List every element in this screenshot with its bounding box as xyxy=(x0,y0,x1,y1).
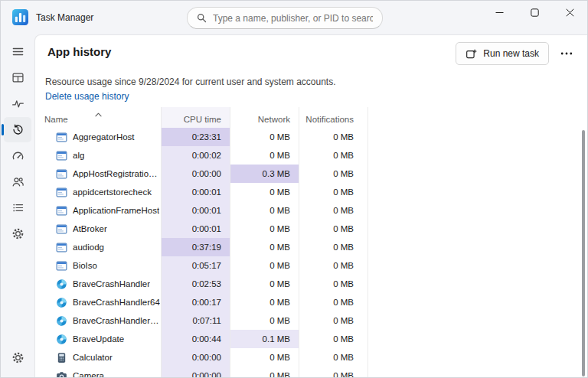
sidebar-item-settings[interactable] xyxy=(4,345,31,370)
notifications-cell: 0 MB xyxy=(299,293,368,311)
delete-usage-history-link[interactable]: Delete usage history xyxy=(45,91,129,102)
row-filler xyxy=(368,220,587,238)
table-row[interactable]: AtBroker 0:00:01 0 MB 0 MB xyxy=(41,220,587,238)
network-cell: 0 MB xyxy=(230,146,299,165)
app-name: Calculator xyxy=(73,353,113,362)
table-row[interactable]: ApplicationFrameHost 0:00:01 0 MB 0 MB xyxy=(41,201,587,220)
vertical-scrollbar[interactable] xyxy=(582,130,585,376)
sidebar-item-details[interactable] xyxy=(4,195,31,220)
sidebar-item-startup-apps[interactable] xyxy=(4,143,31,168)
notifications-cell: 0 MB xyxy=(299,220,368,238)
row-filler xyxy=(368,275,587,293)
row-filler xyxy=(368,330,587,348)
table-row[interactable]: appidcertstorecheck 0:00:01 0 MB 0 MB xyxy=(41,183,587,201)
brave-icon xyxy=(56,315,67,327)
table-row[interactable]: Camera 0:00:00 0 MB 0 MB xyxy=(41,367,587,377)
processes-icon xyxy=(11,71,24,84)
sort-ascending-icon xyxy=(95,109,102,119)
content-panel: App history Run new task Reso xyxy=(34,34,587,377)
usage-summary: Resource usage since 9/28/2024 for curre… xyxy=(45,77,336,87)
details-icon xyxy=(11,201,24,214)
table-row[interactable]: BraveCrashHandler 0:02:53 0 MB 0 MB xyxy=(41,275,587,293)
notifications-cell: 0 MB xyxy=(299,165,368,183)
app-name: BraveCrashHandlerArm… xyxy=(73,316,161,325)
table-row[interactable]: BraveUpdate 0:00:44 0.1 MB 0 MB xyxy=(41,330,587,348)
app-name: audiodg xyxy=(73,243,104,252)
row-filler xyxy=(368,183,587,201)
network-cell: 0 MB xyxy=(230,183,299,201)
cpu-time-cell: 0:00:44 xyxy=(162,330,230,348)
sidebar-item-services[interactable] xyxy=(4,221,31,246)
window-controls xyxy=(482,1,587,24)
app-history-table: Name CPU time Network Notifications Aggr… xyxy=(41,107,587,377)
startup-apps-icon xyxy=(11,149,24,162)
name-cell: AggregatorHost xyxy=(41,128,162,146)
name-cell: BioIso xyxy=(41,256,162,275)
cpu-time-cell: 0:00:00 xyxy=(162,165,230,183)
cpu-time-cell: 0:02:53 xyxy=(162,275,230,293)
notifications-cell: 0 MB xyxy=(299,238,368,256)
notifications-cell: 0 MB xyxy=(299,128,368,146)
table-row[interactable]: BraveCrashHandler64 0:00:17 0 MB 0 MB xyxy=(41,293,587,311)
table-row[interactable]: audiodg 0:37:19 0 MB 0 MB xyxy=(41,238,587,256)
performance-icon xyxy=(11,97,24,110)
hamburger-menu-icon xyxy=(11,45,24,58)
table-row[interactable]: BraveCrashHandlerArm… 0:07:11 0 MB 0 MB xyxy=(41,311,587,330)
app-name: AggregatorHost xyxy=(73,132,135,142)
table-row[interactable]: AggregatorHost 0:23:31 0 MB 0 MB xyxy=(41,128,587,146)
search-box[interactable] xyxy=(187,7,383,29)
table-row[interactable]: BioIso 0:05:17 0 MB 0 MB xyxy=(41,256,587,275)
app-name: appidcertstorecheck xyxy=(73,187,152,197)
column-header-cpu-time[interactable]: CPU time xyxy=(162,107,230,128)
notifications-cell: 0 MB xyxy=(299,201,368,220)
table-row[interactable]: AppHostRegistrationVe… 0:00:00 0.3 MB 0 … xyxy=(41,165,587,183)
column-header-network[interactable]: Network xyxy=(230,107,299,128)
maximize-button[interactable] xyxy=(517,1,552,24)
network-cell: 0 MB xyxy=(230,201,299,220)
sidebar-item-processes[interactable] xyxy=(4,65,31,90)
sidebar-item-app-history[interactable] xyxy=(4,117,31,142)
task-manager-logo-icon xyxy=(12,9,28,25)
cpu-time-cell: 0:07:11 xyxy=(162,311,230,330)
sidebar-item-users[interactable] xyxy=(4,169,31,194)
cpu-time-cell: 0:05:17 xyxy=(162,256,230,275)
network-cell: 0 MB xyxy=(230,128,299,146)
search-input[interactable] xyxy=(213,13,373,24)
ellipsis-icon xyxy=(560,52,573,55)
close-button[interactable] xyxy=(552,1,587,24)
run-new-task-label: Run new task xyxy=(483,48,539,59)
notifications-cell: 0 MB xyxy=(299,330,368,348)
sidebar xyxy=(1,34,34,377)
app-icon xyxy=(56,150,67,161)
cpu-time-cell: 0:23:31 xyxy=(162,128,230,146)
calculator-icon xyxy=(56,352,67,363)
more-options-button[interactable] xyxy=(554,42,580,65)
row-filler xyxy=(368,311,587,330)
row-filler xyxy=(368,348,587,367)
notifications-cell: 0 MB xyxy=(299,183,368,201)
sidebar-item-performance[interactable] xyxy=(4,91,31,116)
notifications-cell: 0 MB xyxy=(299,367,368,377)
network-cell: 0.3 MB xyxy=(230,165,299,183)
minimize-button[interactable] xyxy=(482,1,517,24)
network-cell: 0.1 MB xyxy=(230,330,299,348)
cpu-time-cell: 0:00:00 xyxy=(162,348,230,367)
column-header-notifications[interactable]: Notifications xyxy=(299,107,368,128)
table-body: AggregatorHost 0:23:31 0 MB 0 MB alg 0:0… xyxy=(41,128,587,377)
settings-gear-icon xyxy=(11,351,24,364)
brave-icon xyxy=(56,334,67,345)
page-title: App history xyxy=(47,45,111,58)
table-row[interactable]: alg 0:00:02 0 MB 0 MB xyxy=(41,146,587,165)
titlebar: Task Manager xyxy=(1,1,587,34)
camera-icon xyxy=(56,370,67,378)
name-cell: alg xyxy=(41,146,162,165)
table-row[interactable]: Calculator 0:00:00 0 MB 0 MB xyxy=(41,348,587,367)
name-cell: BraveCrashHandler64 xyxy=(41,293,162,311)
app-name: AppHostRegistrationVe… xyxy=(73,169,161,178)
run-new-task-button[interactable]: Run new task xyxy=(456,42,549,65)
navigation-menu-button[interactable] xyxy=(4,39,31,64)
row-filler xyxy=(368,293,587,311)
row-filler xyxy=(368,128,587,146)
search-icon xyxy=(197,13,207,23)
row-filler xyxy=(368,146,587,165)
